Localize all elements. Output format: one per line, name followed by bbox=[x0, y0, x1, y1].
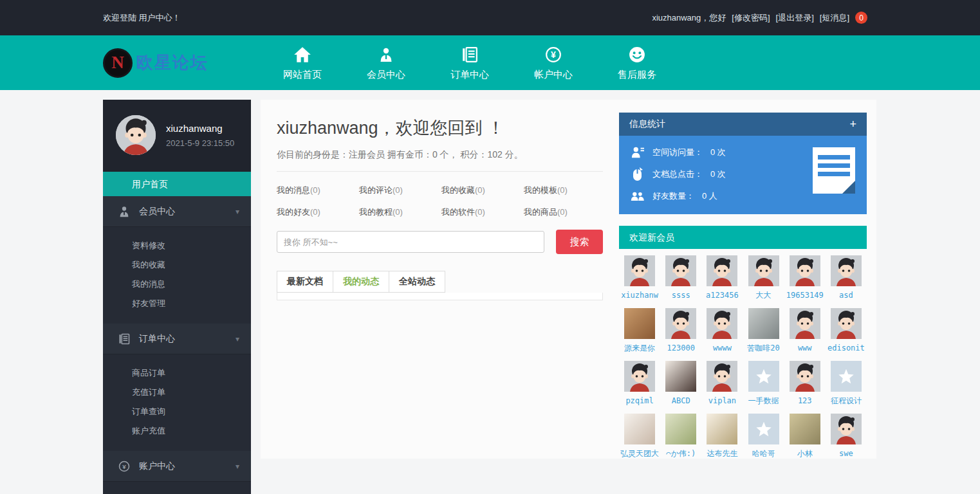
member-item[interactable]: 123 bbox=[784, 361, 826, 409]
quick-link[interactable]: 我的收藏(0) bbox=[441, 185, 517, 196]
member-item[interactable]: swe bbox=[826, 414, 867, 459]
member-avatar[interactable] bbox=[831, 414, 862, 444]
tab-item[interactable]: 最新文档 bbox=[277, 271, 333, 293]
member-item[interactable]: 征程设计 bbox=[826, 361, 867, 409]
member-avatar[interactable] bbox=[665, 414, 696, 444]
member-avatar[interactable] bbox=[624, 255, 655, 286]
member-item[interactable]: ABCD bbox=[660, 361, 701, 409]
member-name[interactable]: pzqiml bbox=[625, 396, 653, 405]
member-avatar[interactable] bbox=[831, 255, 862, 286]
member-name[interactable]: 123 bbox=[798, 396, 812, 405]
nav-item-account-center[interactable]: ¥帐户中心 bbox=[512, 45, 595, 81]
sidebar-item[interactable]: 充值订单 bbox=[103, 383, 251, 402]
member-item[interactable]: www bbox=[784, 308, 826, 356]
nav-item-order-center[interactable]: 订单中心 bbox=[428, 45, 512, 81]
member-item[interactable]: pzqiml bbox=[619, 361, 660, 409]
member-avatar[interactable] bbox=[790, 308, 820, 339]
member-item[interactable]: 达布先生 bbox=[701, 414, 743, 459]
member-name[interactable]: wwww bbox=[713, 343, 732, 352]
site-logo[interactable]: N 欧星论坛 bbox=[103, 48, 261, 78]
member-item[interactable]: 一手数据 bbox=[743, 361, 784, 409]
member-avatar[interactable] bbox=[748, 308, 779, 339]
member-avatar[interactable] bbox=[831, 361, 862, 392]
member-name[interactable]: 弘灵天团大总部 bbox=[620, 449, 660, 459]
member-name[interactable]: ssss bbox=[672, 291, 690, 300]
member-avatar[interactable] bbox=[707, 255, 737, 286]
member-name[interactable]: 征程设计 bbox=[831, 396, 862, 405]
sidebar-item-user-home[interactable]: 用户首页 bbox=[103, 172, 251, 196]
member-item[interactable]: 小林 bbox=[784, 414, 826, 459]
member-name[interactable]: a123456 bbox=[706, 291, 739, 300]
quick-link[interactable]: 我的软件(0) bbox=[441, 206, 517, 218]
member-avatar[interactable] bbox=[707, 414, 737, 444]
member-avatar[interactable] bbox=[624, 361, 655, 392]
quick-link[interactable]: 我的模板(0) bbox=[524, 185, 600, 196]
avatar[interactable] bbox=[116, 115, 156, 155]
expand-icon[interactable]: + bbox=[849, 118, 856, 131]
quick-link[interactable]: 我的好友(0) bbox=[277, 206, 353, 218]
sidebar-item[interactable]: 资料修改 bbox=[103, 236, 251, 255]
nav-item-after-sales[interactable]: 售后服务 bbox=[595, 45, 679, 81]
member-item[interactable]: 哈哈哥 bbox=[743, 414, 784, 459]
sidebar-item[interactable]: 账户充值 bbox=[103, 421, 251, 441]
member-name[interactable]: 达布先生 bbox=[707, 449, 737, 458]
message-count-badge[interactable]: 0 bbox=[855, 12, 867, 24]
tab-item[interactable]: 全站动态 bbox=[389, 271, 445, 293]
member-name[interactable]: edisonit bbox=[827, 343, 865, 352]
sidebar-section-header-account-center[interactable]: ¥账户中心▾ bbox=[103, 451, 251, 482]
quick-link[interactable]: 我的评论(0) bbox=[359, 185, 435, 196]
member-item[interactable]: asd bbox=[826, 255, 867, 304]
member-avatar[interactable] bbox=[665, 361, 696, 392]
member-item[interactable]: a123456 bbox=[701, 255, 743, 304]
member-name[interactable]: 一手数据 bbox=[748, 396, 779, 405]
sidebar-item[interactable]: 好友管理 bbox=[103, 294, 251, 313]
member-item[interactable]: 大大 bbox=[743, 255, 784, 304]
member-name[interactable]: 大大 bbox=[756, 291, 772, 300]
member-avatar[interactable] bbox=[790, 414, 820, 444]
sidebar-section-header-member-center[interactable]: 会员中心▾ bbox=[103, 196, 251, 227]
member-item[interactable]: wwww bbox=[701, 308, 743, 356]
messages-link[interactable]: [短消息] bbox=[820, 12, 849, 24]
member-avatar[interactable] bbox=[707, 361, 737, 392]
member-name[interactable]: swe bbox=[839, 449, 853, 458]
member-name[interactable]: 哈哈哥 bbox=[752, 449, 775, 458]
member-avatar[interactable] bbox=[665, 308, 696, 339]
member-name[interactable]: xiuzhanw bbox=[621, 291, 658, 300]
sidebar-item[interactable]: 我的收藏 bbox=[103, 255, 251, 275]
member-name[interactable]: 源来是你 bbox=[624, 343, 655, 352]
logout-link[interactable]: [退出登录] bbox=[776, 12, 814, 24]
sidebar-item[interactable]: 账户充值 bbox=[103, 491, 251, 494]
member-item[interactable]: 源来是你 bbox=[619, 308, 660, 356]
quick-link[interactable]: 我的教程(0) bbox=[359, 206, 435, 218]
member-name[interactable]: 123000 bbox=[667, 343, 695, 352]
member-avatar[interactable] bbox=[624, 414, 655, 444]
sidebar-section-header-order-center[interactable]: 订单中心▾ bbox=[103, 324, 251, 354]
search-button[interactable]: 搜索 bbox=[556, 230, 603, 254]
member-name[interactable]: 小林 bbox=[797, 449, 813, 458]
quick-link[interactable]: 我的消息(0) bbox=[277, 185, 353, 196]
sidebar-item[interactable]: 商品订单 bbox=[103, 363, 251, 383]
member-avatar[interactable] bbox=[748, 255, 779, 286]
member-item[interactable]: ssss bbox=[660, 255, 701, 304]
sidebar-item[interactable]: 订单查询 bbox=[103, 402, 251, 421]
member-item[interactable]: edisonit bbox=[826, 308, 867, 356]
member-name[interactable]: ⌒か伟:) bbox=[666, 449, 696, 458]
member-avatar[interactable] bbox=[624, 308, 655, 339]
member-item[interactable]: 弘灵天团大总部 bbox=[619, 414, 660, 459]
member-item[interactable]: xiuzhanw bbox=[619, 255, 660, 304]
member-name[interactable]: 苦咖啡20 bbox=[747, 343, 779, 352]
tab-active[interactable]: 我的动态 bbox=[333, 271, 389, 293]
member-avatar[interactable] bbox=[790, 255, 820, 286]
member-avatar[interactable] bbox=[748, 414, 779, 444]
nav-item-home[interactable]: 网站首页 bbox=[261, 45, 344, 81]
member-avatar[interactable] bbox=[748, 361, 779, 392]
member-name[interactable]: viplan bbox=[708, 396, 736, 405]
sidebar-item[interactable]: 我的消息 bbox=[103, 275, 251, 294]
quick-link[interactable]: 我的商品(0) bbox=[524, 206, 600, 218]
change-password-link[interactable]: [修改密码] bbox=[732, 12, 770, 24]
member-name[interactable]: ABCD bbox=[672, 396, 690, 405]
member-item[interactable]: 19653149 bbox=[784, 255, 826, 304]
member-avatar[interactable] bbox=[831, 308, 862, 339]
member-item[interactable]: 苦咖啡20 bbox=[743, 308, 784, 356]
member-item[interactable]: viplan bbox=[701, 361, 743, 409]
